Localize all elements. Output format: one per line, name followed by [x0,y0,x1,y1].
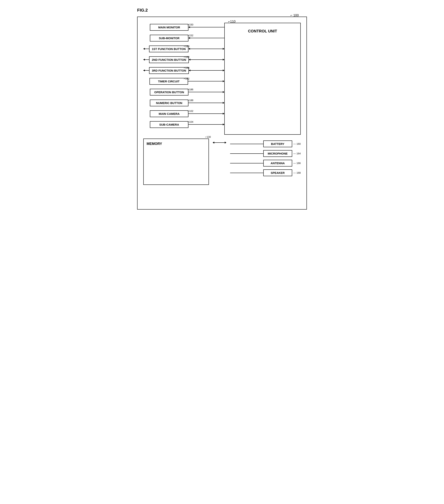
page-wrapper: FIG.2 ⌐ 100 ⌐150 MAIN MONITOR [133,4,311,213]
row-operation-button: ⌐186 OPERATION BUTTON [143,88,224,96]
battery-box: BATTERY [263,141,292,147]
ref-104: ⌐104 [188,120,193,123]
3rd-function-button-box: 3RD FUNCTION BUTTON [149,67,189,74]
row-sub-camera: ⌐104 SUB-CAMERA [143,120,224,129]
row-timer-circuit: ⌐162 TIMER CIRCUIT [143,77,224,86]
row-sub-monitor: ⌐152 SUB-MONITOR [143,34,224,42]
row-main-camera: ⌐102 MAIN CAMERA [143,109,224,118]
memory-arrow-line [213,143,226,143]
ref-164: — 164 [293,152,301,155]
memory-arrow [213,143,226,143]
ref-182: ⌐182 [184,55,189,58]
control-unit-box: CONTROL UNIT [224,23,301,135]
main-camera-box: MAIN CAMERA [150,110,188,117]
outer-box: ⌐ 100 ⌐150 MAIN MONITOR ⌐152 [137,17,307,210]
ref-130: ⌐130 [205,135,211,138]
main-monitor-box: MAIN MONITOR [150,24,188,31]
right-bottom: BATTERY — 160 MICROPHONE — 164 [230,139,301,176]
arrow-numeric [188,103,224,103]
arrow-1st-fb [188,49,224,49]
memory-wrapper: ⌐130 MEMORY [143,139,209,185]
row-antenna: ANTENNA — 166 [230,160,301,166]
timer-circuit-box: TIMER CIRCUIT [149,78,188,85]
ref-160: — 160 [293,143,301,145]
row-numeric-button: ⌐188 NUMERIC BUTTON [143,98,224,107]
speaker-line [230,173,263,173]
1st-function-button-box: 1ST FUNCTION BUTTON [149,46,188,52]
left-arrow-3rd [143,70,149,71]
arrow-sub-camera [188,124,224,125]
ref-166: — 166 [293,162,301,165]
right-control: ⌐110 CONTROL UNIT [224,23,301,135]
sub-camera-box: SUB-CAMERA [150,121,188,128]
row-3rd-fb: ⌐184 3RD FUNCTION BUTTON [143,66,224,75]
bottom-area: ⌐130 MEMORY BATTERY [143,139,301,185]
ref-184: ⌐184 [184,66,189,69]
left-arrow-1st [143,49,149,49]
numeric-button-box: NUMERIC BUTTON [150,100,188,106]
ref-110: ⌐110 [228,20,235,23]
ref-152: ⌐152 [188,34,193,37]
row-battery: BATTERY — 160 [230,141,301,147]
memory-box: MEMORY [143,139,209,185]
row-1st-fb: ⌐180 1ST FUNCTION BUTTON [143,44,224,53]
arrow-operation [188,92,224,92]
microphone-box: MICROPHONE [263,150,292,157]
figure-label: FIG.2 [137,8,307,13]
row-microphone: MICROPHONE — 164 [230,150,301,157]
ref-102: ⌐102 [188,109,193,112]
ref-186: ⌐186 [188,88,193,91]
ref-168: — 168 [293,171,301,174]
row-2nd-fb: ⌐182 2ND FUNCTION BUTTON [143,55,224,64]
ref-188: ⌐188 [188,99,193,102]
top-section: ⌐150 MAIN MONITOR ⌐152 SUB-MONITOR [143,23,301,135]
2nd-function-button-box: 2ND FUNCTION BUTTON [149,56,189,63]
row-speaker: SPEAKER — 168 [230,169,301,176]
antenna-box: ANTENNA [263,160,292,166]
antenna-line [230,163,263,163]
arrow-3rd-fb [189,70,224,71]
arrow-main-monitor [188,27,224,27]
left-arrow-2nd [143,59,149,60]
ref-180: ⌐180 [184,45,189,48]
ref-162: ⌐162 [184,77,189,80]
arrow-2nd-fb [189,59,224,60]
sub-monitor-box: SUB-MONITOR [150,35,188,41]
battery-line [230,144,263,144]
arrow-timer [188,81,224,81]
arrow-sub-monitor [188,38,224,38]
left-blocks: ⌐150 MAIN MONITOR ⌐152 SUB-MONITOR [143,23,224,131]
ref-100: ⌐ 100 [290,14,299,17]
row-main-monitor: ⌐150 MAIN MONITOR [143,23,224,32]
arrow-main-camera [188,113,224,114]
speaker-box: SPEAKER [263,169,292,176]
operation-button-box: OPERATION BUTTON [150,89,188,95]
ref-150: ⌐150 [188,23,193,26]
microphone-line [230,153,263,154]
